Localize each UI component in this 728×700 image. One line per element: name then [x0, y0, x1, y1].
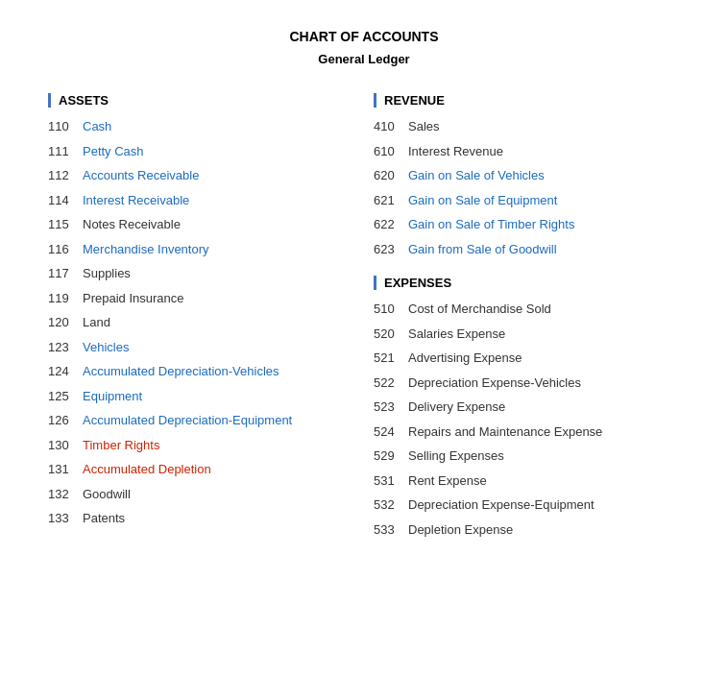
account-number: 524 [374, 422, 402, 442]
account-row: 622Gain on Sale of Timber Rights [374, 215, 680, 234]
main-title: CHART OF ACCOUNTS [38, 29, 690, 44]
account-number: 120 [48, 313, 77, 332]
account-row: 123Vehicles [48, 338, 354, 357]
account-name: Petty Cash [83, 142, 144, 161]
page: CHART OF ACCOUNTS General Ledger ASSETS … [0, 0, 728, 700]
account-number: 523 [374, 398, 402, 417]
account-number: 522 [374, 374, 402, 393]
account-name: Notes Receivable [83, 215, 181, 234]
account-row: 529Selling Expenses [374, 447, 680, 466]
account-name: Merchandise Inventory [83, 240, 209, 259]
account-number: 610 [374, 142, 402, 161]
account-number: 622 [374, 215, 402, 234]
account-name: Gain on Sale of Equipment [408, 191, 557, 210]
account-name: Salaries Expense [408, 325, 505, 344]
account-name: Supplies [83, 264, 131, 283]
account-row: 115Notes Receivable [48, 215, 354, 234]
account-row: 125Equipment [48, 387, 354, 406]
account-number: 117 [48, 264, 77, 283]
account-row: 114Interest Receivable [48, 191, 354, 210]
account-row: 610Interest Revenue [374, 142, 680, 161]
account-number: 623 [374, 240, 402, 259]
expenses-header: EXPENSES [374, 276, 680, 290]
account-number: 620 [374, 166, 402, 185]
account-number: 119 [48, 289, 77, 308]
account-row: 623Gain from Sale of Goodwill [374, 240, 680, 259]
account-row: 132Goodwill [48, 485, 354, 504]
account-name: Advertising Expense [408, 349, 522, 368]
assets-header: ASSETS [48, 93, 354, 108]
account-number: 510 [374, 300, 402, 319]
account-row: 524Repairs and Maintenance Expense [374, 422, 680, 442]
account-name: Prepaid Insurance [83, 289, 184, 308]
account-row: 112Accounts Receivable [48, 166, 354, 185]
account-name: Gain on Sale of Vehicles [408, 166, 545, 185]
account-name: Sales [408, 117, 440, 136]
revenue-header: REVENUE [374, 93, 680, 108]
account-row: 522Depreciation Expense-Vehicles [374, 374, 680, 393]
account-row: 531Rent Expense [374, 471, 680, 491]
account-number: 520 [374, 325, 402, 344]
account-row: 119Prepaid Insurance [48, 289, 354, 308]
account-number: 111 [48, 142, 77, 161]
account-name: Gain on Sale of Timber Rights [408, 215, 574, 234]
account-number: 521 [374, 349, 402, 368]
account-row: 620Gain on Sale of Vehicles [374, 166, 680, 185]
account-name: Timber Rights [83, 436, 159, 455]
account-name: Depreciation Expense-Equipment [408, 495, 595, 515]
account-number: 130 [48, 436, 77, 455]
expenses-list: 510Cost of Merchandise Sold520Salaries E… [374, 300, 680, 539]
account-row: 133Patents [48, 509, 354, 528]
account-name: Accumulated Depletion [83, 460, 211, 479]
account-name: Goodwill [83, 485, 131, 504]
account-row: 116Merchandise Inventory [48, 240, 354, 259]
sub-title: General Ledger [38, 52, 690, 66]
account-row: 110Cash [48, 117, 354, 136]
revenue-list: 410Sales610Interest Revenue620Gain on Sa… [374, 117, 680, 258]
account-row: 130Timber Rights [48, 436, 354, 455]
account-number: 126 [48, 411, 77, 430]
account-number: 125 [48, 387, 77, 406]
account-number: 410 [374, 117, 402, 136]
account-name: Interest Revenue [408, 142, 503, 161]
columns-container: ASSETS 110Cash111Petty Cash112Accounts R… [38, 93, 690, 544]
left-column: ASSETS 110Cash111Petty Cash112Accounts R… [38, 93, 364, 544]
account-number: 533 [374, 520, 402, 540]
account-row: 533Depletion Expense [374, 520, 680, 540]
account-name: Accumulated Depreciation-Equipment [83, 411, 292, 430]
account-number: 133 [48, 509, 77, 528]
account-number: 124 [48, 362, 77, 381]
account-name: Accumulated Depreciation-Vehicles [83, 362, 279, 381]
account-row: 510Cost of Merchandise Sold [374, 300, 680, 319]
account-row: 521Advertising Expense [374, 349, 680, 368]
account-row: 131Accumulated Depletion [48, 460, 354, 479]
account-number: 621 [374, 191, 402, 210]
account-name: Delivery Expense [408, 398, 505, 417]
account-name: Cost of Merchandise Sold [408, 300, 551, 319]
account-number: 115 [48, 215, 77, 234]
account-name: Selling Expenses [408, 447, 504, 466]
account-name: Interest Receivable [83, 191, 189, 210]
assets-list: 110Cash111Petty Cash112Accounts Receivab… [48, 117, 354, 528]
account-number: 532 [374, 495, 402, 515]
right-column: REVENUE 410Sales610Interest Revenue620Ga… [364, 93, 690, 544]
account-row: 117Supplies [48, 264, 354, 283]
account-name: Rent Expense [408, 471, 487, 491]
account-name: Equipment [83, 387, 142, 406]
account-name: Repairs and Maintenance Expense [408, 422, 602, 442]
account-row: 126Accumulated Depreciation-Equipment [48, 411, 354, 430]
account-number: 116 [48, 240, 77, 259]
account-name: Land [83, 313, 110, 332]
account-row: 520Salaries Expense [374, 325, 680, 344]
account-name: Vehicles [83, 338, 129, 357]
account-name: Patents [83, 509, 125, 528]
account-row: 120Land [48, 313, 354, 332]
account-row: 111Petty Cash [48, 142, 354, 161]
account-number: 114 [48, 191, 77, 210]
account-row: 621Gain on Sale of Equipment [374, 191, 680, 210]
account-row: 532Depreciation Expense-Equipment [374, 495, 680, 515]
account-name: Cash [83, 117, 111, 136]
account-number: 112 [48, 166, 77, 185]
account-number: 123 [48, 338, 77, 357]
account-row: 523Delivery Expense [374, 398, 680, 417]
